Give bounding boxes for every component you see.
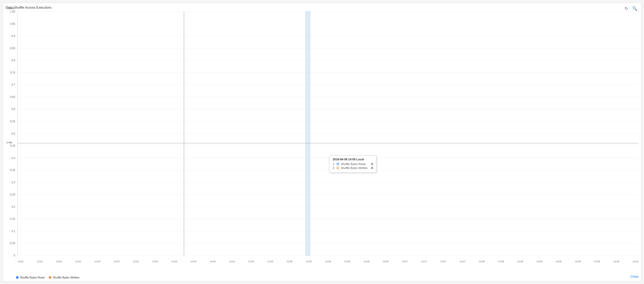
tooltip: 2018-06-08 14:05 Local 1. Shuffle Bytes … bbox=[329, 155, 376, 173]
crosshair-y-value: 0.461 bbox=[6, 141, 13, 144]
x-tick-label: 14:04 bbox=[229, 260, 235, 263]
chart-container: Data Shuffle Across Executors ↻ 🔍 Count … bbox=[3, 3, 641, 281]
x-tick-label: 14:05 bbox=[287, 260, 293, 263]
y-tick-label: 0.05 bbox=[10, 242, 15, 245]
y-tick-label: 0.5 bbox=[12, 132, 15, 135]
y-tick-label: 0.3 bbox=[12, 181, 15, 184]
x-tick-label: 14:10 bbox=[632, 260, 639, 263]
x-tick-label: 14:03 bbox=[114, 260, 120, 263]
x-axis: 14:0214:0214:0214:0214:0314:0314:0314:03… bbox=[18, 260, 639, 263]
crosshair-horizontal bbox=[18, 143, 639, 143]
x-tick-label: 14:02 bbox=[56, 260, 62, 263]
grid-line bbox=[18, 24, 639, 24]
x-tick-label: 14:04 bbox=[190, 260, 196, 263]
grid-line bbox=[18, 170, 639, 170]
chart-area: Count 1.000.950.90.850.80.750.70.650.60.… bbox=[17, 12, 639, 256]
grid-line bbox=[18, 36, 639, 36]
legend-item-written: Shuffle Bytes Written bbox=[49, 276, 79, 279]
grid-line bbox=[18, 207, 639, 207]
y-axis: 1.000.950.90.850.80.750.70.650.60.550.50… bbox=[6, 12, 16, 255]
grid-line bbox=[18, 146, 639, 146]
y-tick-label: 0.75 bbox=[10, 71, 15, 74]
y-tick-label: 0.15 bbox=[10, 217, 15, 220]
x-tick-label: 14:02 bbox=[75, 260, 81, 263]
legend-item-read: Shuffle Bytes Read bbox=[16, 276, 45, 279]
x-tick-label: 14:07 bbox=[402, 260, 408, 263]
tooltip-value-1: 0 bbox=[371, 162, 373, 166]
x-tick-label: 14:04 bbox=[210, 260, 216, 263]
y-tick-label: 0.95 bbox=[10, 22, 15, 25]
grid-line bbox=[18, 194, 639, 195]
highlight-region bbox=[306, 12, 310, 255]
y-tick-label: 0.35 bbox=[10, 169, 15, 172]
grid-line bbox=[18, 85, 639, 85]
x-tick-label: 14:03 bbox=[152, 260, 158, 263]
x-tick-label: 14:08 bbox=[517, 260, 523, 263]
legend-dot-orange bbox=[49, 276, 51, 279]
tooltip-label-1: Shuffle Bytes Read bbox=[341, 162, 370, 166]
y-tick-label: 0.65 bbox=[10, 95, 15, 98]
y-tick-label: 0.9 bbox=[12, 35, 15, 37]
x-tick-label: 14:08 bbox=[498, 260, 504, 263]
x-tick-label: 14:09 bbox=[575, 260, 581, 263]
chart-toolbar: ↻ 🔍 bbox=[624, 6, 639, 12]
search-button[interactable]: 🔍 bbox=[631, 6, 639, 12]
tooltip-index-2: 2. bbox=[333, 166, 335, 170]
y-tick-label: 0.6 bbox=[12, 108, 15, 111]
x-tick-label: 14:07 bbox=[440, 260, 446, 263]
grid-line bbox=[18, 243, 639, 243]
x-tick-label: 14:05 bbox=[248, 260, 254, 263]
y-axis-title: Count bbox=[7, 7, 14, 10]
tooltip-label-2: Shuffle Bytes Written bbox=[341, 166, 370, 170]
x-tick-label: 14:03 bbox=[133, 260, 139, 263]
grid-line bbox=[18, 231, 639, 231]
grid-line bbox=[18, 158, 639, 158]
y-tick-label: 0.4 bbox=[12, 156, 15, 159]
x-tick-label: 14:06 bbox=[383, 260, 389, 263]
grid-line bbox=[18, 97, 639, 97]
grid-line bbox=[18, 60, 639, 61]
y-tick-label: 0.45 bbox=[10, 144, 15, 147]
legend-label-written: Shuffle Bytes Written bbox=[53, 276, 79, 279]
x-tick-label: 14:03 bbox=[95, 260, 101, 263]
y-tick-label: 0.85 bbox=[10, 47, 15, 50]
tooltip-index-1: 1. bbox=[333, 162, 335, 166]
grid-line bbox=[18, 134, 639, 134]
close-button[interactable]: Close bbox=[630, 275, 639, 278]
y-tick-label: 0.8 bbox=[12, 59, 15, 62]
x-tick-label: 14:05 bbox=[267, 260, 273, 263]
y-tick-label: 0.7 bbox=[12, 83, 15, 86]
legend: Shuffle Bytes Read Shuffle Bytes Written bbox=[16, 276, 79, 279]
grid-line bbox=[18, 73, 639, 73]
y-tick-label: 0.55 bbox=[10, 120, 15, 123]
x-tick-label: 14:06 bbox=[344, 260, 350, 263]
grid-line bbox=[18, 109, 639, 109]
grid-line bbox=[18, 48, 639, 48]
grid-line bbox=[18, 12, 639, 12]
x-tick-label: 14:07 bbox=[460, 260, 466, 263]
y-tick-label: 0.2 bbox=[12, 205, 15, 208]
x-tick-label: 14:08 bbox=[536, 260, 542, 263]
grid-line bbox=[18, 182, 639, 183]
tooltip-row-1: 1. Shuffle Bytes Read 0 bbox=[333, 162, 373, 166]
x-tick-label: 14:06 bbox=[325, 260, 331, 263]
tooltip-dot-orange bbox=[337, 167, 339, 169]
grid-line bbox=[18, 255, 639, 256]
chart-title: Data Shuffle Across Executors bbox=[5, 6, 639, 9]
x-tick-label: 14:05 bbox=[306, 260, 312, 263]
x-tick-label: 14:09 bbox=[594, 260, 600, 263]
y-tick-label: 0.25 bbox=[10, 193, 15, 196]
tooltip-title: 2018-06-08 14:05 Local bbox=[333, 158, 373, 161]
refresh-button[interactable]: ↻ bbox=[624, 6, 629, 12]
x-tick-label: 14:07 bbox=[421, 260, 427, 263]
x-tick-label: 14:06 bbox=[364, 260, 370, 263]
x-tick-label: 14:09 bbox=[556, 260, 562, 263]
y-tick-label: 0 bbox=[14, 254, 15, 257]
legend-label-read: Shuffle Bytes Read bbox=[20, 276, 45, 279]
x-tick-label: 14:02 bbox=[18, 260, 24, 263]
tooltip-value-2: 0 bbox=[371, 166, 373, 170]
x-tick-label: 14:08 bbox=[479, 260, 485, 263]
y-tick-label: 0.1 bbox=[12, 230, 15, 232]
tooltip-dot-blue bbox=[337, 163, 339, 165]
x-tick-label: 14:02 bbox=[37, 260, 43, 263]
